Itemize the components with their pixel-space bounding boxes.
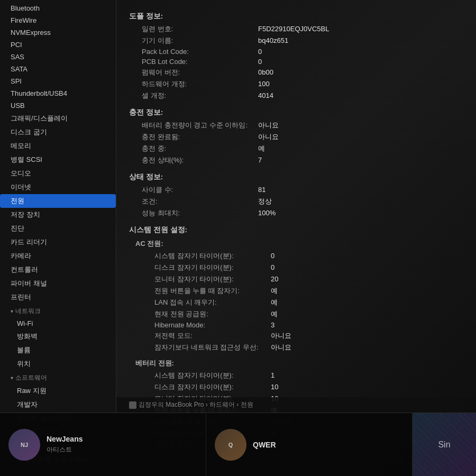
sidebar-item-firewall[interactable]: 방화벽 (0, 329, 116, 343)
bat-disk-sleep-label: 디스크 잠자기 타이머(분): (129, 382, 271, 392)
sidebar-item-developer[interactable]: 개발자 (0, 398, 116, 411)
sidebar-item-bluetooth[interactable]: Bluetooth (0, 2, 116, 14)
low-power-label: 저전력 모드: (129, 331, 271, 341)
hibernate-value: 3 (271, 321, 274, 329)
cell-label: 셀 개정: (129, 91, 258, 100)
serial-row: 일련 번호: F5D22910EQJ0VC5BL (129, 23, 463, 35)
sidebar: Bluetooth FireWire NVMExpress PCI SAS SA… (0, 0, 116, 476)
charge-info-block: 배터리 충전량이 경고 수준 이하임: 아니요 충전 완료됨: 아니요 충전 중… (129, 120, 463, 166)
disk-sleep-value: 0 (271, 263, 274, 271)
music-info-newjeans: NewJeans 아티스트 (47, 435, 83, 454)
serial-label: 일련 번호: (129, 24, 258, 34)
sys-sleep-label: 시스템 잠자기 타이머(분): (129, 251, 271, 261)
charge-info-title: 충전 정보: (129, 108, 463, 117)
hardware-row: 하드웨어 개정: 100 (129, 78, 463, 90)
bat-sys-sleep-row: 시스템 잠자기 타이머(분): 1 (129, 370, 463, 381)
device-name-value: bq40z651 (258, 36, 288, 44)
music-name-newjeans: NewJeans (47, 435, 83, 443)
pcb-lot-value: 0 (258, 58, 262, 66)
sidebar-item-usb[interactable]: USB (0, 99, 116, 112)
sidebar-section-network[interactable]: ▾ 네트워크 (0, 304, 116, 317)
sidebar-item-thunderbolt[interactable]: Thunderbolt/USB4 (0, 87, 116, 99)
ac-power-block: 시스템 잠자기 타이머(분): 0 디스크 잠자기 타이머(분): 0 모니터 … (129, 250, 463, 353)
music-name-qwer: QWER (253, 441, 276, 449)
system-power-title: 시스템 전원 설정: (129, 225, 463, 235)
hardware-label: 하드웨어 개정: (129, 79, 258, 89)
max-perf-label: 성능 최대치: (129, 208, 258, 218)
sidebar-item-volume[interactable]: 볼륨 (0, 343, 116, 357)
power-btn-value: 예 (271, 286, 278, 296)
cell-value: 4014 (258, 91, 273, 99)
monitor-sleep-row: 모니터 잠자기 타이머(분): 20 (129, 273, 463, 285)
charge-warning-label: 배터리 충전량이 경고 수준 이하임: (129, 121, 258, 130)
sidebar-item-controller[interactable]: 컨트롤러 (0, 263, 116, 277)
sidebar-item-printer[interactable]: 프린터 (0, 290, 116, 304)
disk-sleep-label: 디스크 잠자기 타이머(분): (129, 263, 271, 272)
charge-complete-label: 충전 완료됨: (129, 132, 258, 142)
sidebar-item-diagnostics[interactable]: 진단 (0, 222, 116, 235)
pack-lot-row: Pack Lot Code: 0 (129, 47, 463, 57)
hibernate-label: Hibernate Mode: (129, 321, 271, 329)
current-power-label: 현재 전원 공급원: (129, 309, 271, 319)
charge-status-value: 7 (258, 156, 262, 164)
charging-value: 예 (258, 144, 265, 153)
bat-sys-sleep-label: 시스템 잠자기 타이머(분): (129, 371, 271, 380)
sidebar-section-software[interactable]: ▾ 소프트웨어 (0, 371, 116, 384)
disk-sleep-row: 디스크 잠자기 타이머(분): 0 (129, 262, 463, 273)
charge-complete-value: 아니요 (258, 132, 279, 142)
chevron-down-icon: ▾ (11, 308, 13, 314)
sidebar-item-audio[interactable]: 오디오 (0, 167, 116, 180)
network-sleep-row: 잠자기보다 네트워크 접근성 우선: 아니요 (129, 342, 463, 353)
sidebar-item-memory[interactable]: 메모리 (0, 139, 116, 153)
bottom-bar: NJ NewJeans 아티스트 Q QWER Sin (0, 413, 476, 476)
sidebar-item-graphics[interactable]: 그래픽/디스플레이 (0, 112, 116, 125)
status-info-block: 사이클 수: 81 조건: 정상 성능 최대치: 100% (129, 184, 463, 219)
sidebar-item-ethernet[interactable]: 이더넷 (0, 180, 116, 194)
charge-status-row: 충전 상태(%): 7 (129, 154, 463, 166)
sidebar-item-nvmexpress[interactable]: NVMExpress (0, 26, 116, 39)
sys-sleep-value: 0 (271, 252, 274, 260)
bat-disk-sleep-value: 10 (271, 383, 278, 391)
lan-wake-value: 예 (271, 298, 278, 307)
sidebar-item-parallel-scsi[interactable]: 병렬 SCSI (0, 153, 116, 167)
cell-row: 셀 개정: 4014 (129, 90, 463, 102)
device-name-label: 기기 이름: (129, 36, 258, 45)
breadcrumb: 김정우의 MacBook Pro › 하드웨어 › 전원 (116, 397, 476, 413)
monitor-sleep-label: 모니터 잠자기 타이머(분): (129, 274, 271, 284)
sidebar-item-power[interactable]: 전원 (0, 194, 116, 208)
music-item-newjeans[interactable]: NJ NewJeans 아티스트 (0, 413, 206, 476)
sidebar-item-spi[interactable]: SPI (0, 75, 116, 87)
max-perf-value: 100% (258, 209, 276, 217)
sidebar-item-fiber-channel[interactable]: 파이버 채널 (0, 277, 116, 290)
charge-complete-row: 충전 완료됨: 아니요 (129, 131, 463, 143)
pcb-lot-row: PCB Lot Code: 0 (129, 57, 463, 67)
avatar-qwer: Q (215, 429, 246, 461)
condition-label: 조건: (129, 197, 258, 206)
device-info-title: 도플 정보: (129, 12, 463, 21)
sidebar-item-firewire[interactable]: FireWire (0, 14, 116, 26)
sidebar-item-pci[interactable]: PCI (0, 39, 116, 51)
serial-value: F5D22910EQJ0VC5BL (258, 25, 329, 33)
sidebar-item-wifi[interactable]: Wi-Fi (0, 317, 116, 329)
network-sleep-label: 잠자기보다 네트워크 접근성 우선: (129, 343, 271, 352)
hardware-value: 100 (258, 80, 270, 88)
bat-disk-sleep-row: 디스크 잠자기 타이머(분): 10 (129, 381, 463, 393)
sidebar-item-location[interactable]: 위치 (0, 357, 116, 371)
firmware-row: 펌웨어 버전: 0b00 (129, 67, 463, 78)
sidebar-item-raw-support[interactable]: Raw 지원 (0, 384, 116, 398)
sidebar-item-disc-burning[interactable]: 디스크 굽기 (0, 125, 116, 139)
sidebar-item-storage[interactable]: 저장 장치 (0, 208, 116, 222)
charge-warning-row: 배터리 충전량이 경고 수준 이하임: 아니요 (129, 120, 463, 131)
sys-sleep-row: 시스템 잠자기 타이머(분): 0 (129, 250, 463, 262)
power-btn-label: 전원 버튼을 누를 때 잠자기: (129, 286, 271, 296)
sidebar-item-camera[interactable]: 카메라 (0, 249, 116, 263)
sidebar-item-sata[interactable]: SATA (0, 63, 116, 75)
music-item-qwer[interactable]: Q QWER (206, 413, 413, 476)
sidebar-item-sas[interactable]: SAS (0, 51, 116, 63)
pcb-lot-label: PCB Lot Code: (129, 58, 258, 66)
chevron-down-icon: ▾ (11, 375, 13, 381)
current-power-row: 현재 전원 공급원: 예 (129, 308, 463, 320)
status-info-title: 상태 정보: (129, 172, 463, 182)
sidebar-item-card-reader[interactable]: 카드 리더기 (0, 235, 116, 249)
network-sleep-value: 아니요 (271, 343, 291, 352)
